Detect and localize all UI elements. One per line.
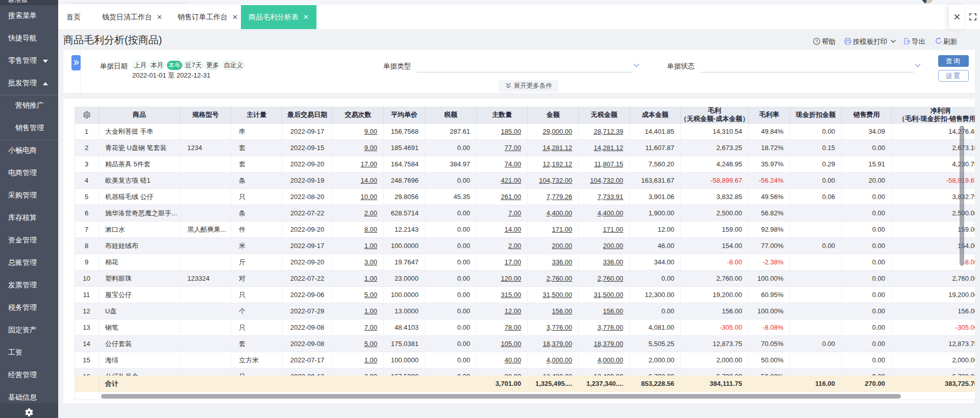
svg-text:?: ? [815,39,818,44]
